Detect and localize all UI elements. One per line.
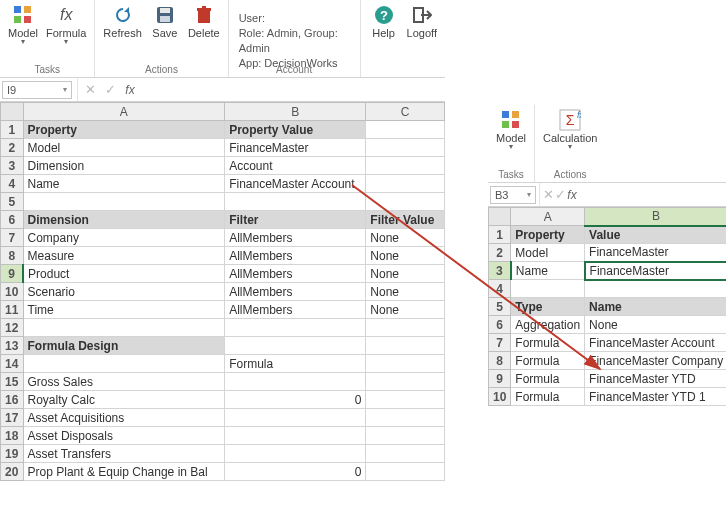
cell-C16[interactable] xyxy=(366,391,445,409)
cell-A10[interactable]: Scenario xyxy=(23,283,225,301)
cell-B17[interactable] xyxy=(225,409,366,427)
row-header-4[interactable]: 4 xyxy=(1,175,24,193)
row-header-15[interactable]: 15 xyxy=(1,373,24,391)
cell-A5[interactable] xyxy=(23,193,225,211)
cell-B19[interactable] xyxy=(225,445,366,463)
row-header-4[interactable]: 4 xyxy=(489,280,511,298)
cell-B5[interactable]: Name xyxy=(585,298,726,316)
right-grid[interactable]: AB1PropertyValue2ModelFinanceMaster3Name… xyxy=(488,207,726,406)
row-header-7[interactable]: 7 xyxy=(1,229,24,247)
cell-B3[interactable]: Account xyxy=(225,157,366,175)
cell-B6[interactable]: Filter xyxy=(225,211,366,229)
delete-button[interactable]: Delete xyxy=(184,2,224,41)
row-header-2[interactable]: 2 xyxy=(489,244,511,262)
row-header-16[interactable]: 16 xyxy=(1,391,24,409)
cell-C6[interactable]: Filter Value xyxy=(366,211,445,229)
cell-A2[interactable]: Model xyxy=(511,244,585,262)
cell-B10[interactable]: FinanceMaster YTD 1 xyxy=(585,388,726,406)
cell-C12[interactable] xyxy=(366,319,445,337)
cell-C1[interactable] xyxy=(366,121,445,139)
cell-C13[interactable] xyxy=(366,337,445,355)
row-header-8[interactable]: 8 xyxy=(1,247,24,265)
cell-B1[interactable]: Property Value xyxy=(225,121,366,139)
row-header-14[interactable]: 14 xyxy=(1,355,24,373)
cell-A13[interactable]: Formula Design xyxy=(23,337,225,355)
row-header-2[interactable]: 2 xyxy=(1,139,24,157)
fx-button[interactable]: fx xyxy=(120,83,140,97)
calculation-button[interactable]: Σfx Calculation ▾ xyxy=(539,107,601,153)
cell-B4[interactable] xyxy=(585,280,726,298)
col-header-A[interactable]: A xyxy=(23,103,225,121)
cell-C17[interactable] xyxy=(366,409,445,427)
col-header-B[interactable]: B xyxy=(585,208,726,226)
cell-B7[interactable]: AllMembers xyxy=(225,229,366,247)
cell-A10[interactable]: Formula xyxy=(511,388,585,406)
cell-C4[interactable] xyxy=(366,175,445,193)
cell-C15[interactable] xyxy=(366,373,445,391)
cell-C10[interactable]: None xyxy=(366,283,445,301)
cell-C8[interactable]: None xyxy=(366,247,445,265)
cell-A6[interactable]: Dimension xyxy=(23,211,225,229)
model-button-right[interactable]: Model ▾ xyxy=(492,107,530,153)
cell-A15[interactable]: Gross Sales xyxy=(23,373,225,391)
cell-C20[interactable] xyxy=(366,463,445,481)
cell-B18[interactable] xyxy=(225,427,366,445)
cell-A20[interactable]: Prop Plant & Equip Change in Bal xyxy=(23,463,225,481)
cell-A19[interactable]: Asset Transfers xyxy=(23,445,225,463)
cell-A1[interactable]: Property xyxy=(23,121,225,139)
cell-B2[interactable]: FinanceMaster xyxy=(585,244,726,262)
cancel-fx-button[interactable]: ✕ xyxy=(80,82,100,97)
cell-B9[interactable]: FinanceMaster YTD xyxy=(585,370,726,388)
cell-C18[interactable] xyxy=(366,427,445,445)
enter-fx-button-right[interactable]: ✓ xyxy=(554,187,566,202)
cell-A12[interactable] xyxy=(23,319,225,337)
cancel-fx-button-right[interactable]: ✕ xyxy=(542,187,554,202)
cell-A7[interactable]: Company xyxy=(23,229,225,247)
row-header-20[interactable]: 20 xyxy=(1,463,24,481)
logoff-button[interactable]: Logoff xyxy=(403,2,441,41)
enter-fx-button[interactable]: ✓ xyxy=(100,82,120,97)
cell-A9[interactable]: Formula xyxy=(511,370,585,388)
select-all-corner[interactable] xyxy=(1,103,24,121)
cell-A18[interactable]: Asset Disposals xyxy=(23,427,225,445)
cell-C19[interactable] xyxy=(366,445,445,463)
cell-A3[interactable]: Dimension xyxy=(23,157,225,175)
row-header-13[interactable]: 13 xyxy=(1,337,24,355)
cell-B9[interactable]: AllMembers xyxy=(225,265,366,283)
cell-B7[interactable]: FinanceMaster Account xyxy=(585,334,726,352)
row-header-9[interactable]: 9 xyxy=(489,370,511,388)
row-header-1[interactable]: 1 xyxy=(1,121,24,139)
cell-B4[interactable]: FinanceMaster Account xyxy=(225,175,366,193)
cell-A11[interactable]: Time xyxy=(23,301,225,319)
cell-B10[interactable]: AllMembers xyxy=(225,283,366,301)
cell-B15[interactable] xyxy=(225,373,366,391)
row-header-5[interactable]: 5 xyxy=(489,298,511,316)
row-header-17[interactable]: 17 xyxy=(1,409,24,427)
row-header-6[interactable]: 6 xyxy=(489,316,511,334)
cell-C14[interactable] xyxy=(366,355,445,373)
cell-A8[interactable]: Measure xyxy=(23,247,225,265)
row-header-7[interactable]: 7 xyxy=(489,334,511,352)
cell-A4[interactable] xyxy=(511,280,585,298)
cell-A16[interactable]: Royalty Calc xyxy=(23,391,225,409)
row-header-5[interactable]: 5 xyxy=(1,193,24,211)
save-button[interactable]: Save xyxy=(146,2,184,41)
cell-A17[interactable]: Asset Acquisitions xyxy=(23,409,225,427)
help-button[interactable]: ? Help xyxy=(365,2,403,41)
cell-B1[interactable]: Value xyxy=(585,226,726,244)
cell-B16[interactable]: 0 xyxy=(225,391,366,409)
cell-A6[interactable]: Aggregation xyxy=(511,316,585,334)
refresh-button[interactable]: Refresh xyxy=(99,2,146,41)
cell-B8[interactable]: FinanceMaster Company xyxy=(585,352,726,370)
cell-A8[interactable]: Formula xyxy=(511,352,585,370)
cell-C9[interactable]: None xyxy=(366,265,445,283)
row-header-10[interactable]: 10 xyxy=(489,388,511,406)
name-box[interactable]: I9▾ xyxy=(2,81,72,99)
cell-C11[interactable]: None xyxy=(366,301,445,319)
cell-C3[interactable] xyxy=(366,157,445,175)
row-header-1[interactable]: 1 xyxy=(489,226,511,244)
row-header-18[interactable]: 18 xyxy=(1,427,24,445)
row-header-8[interactable]: 8 xyxy=(489,352,511,370)
cell-B11[interactable]: AllMembers xyxy=(225,301,366,319)
cell-A3[interactable]: Name xyxy=(511,262,585,280)
